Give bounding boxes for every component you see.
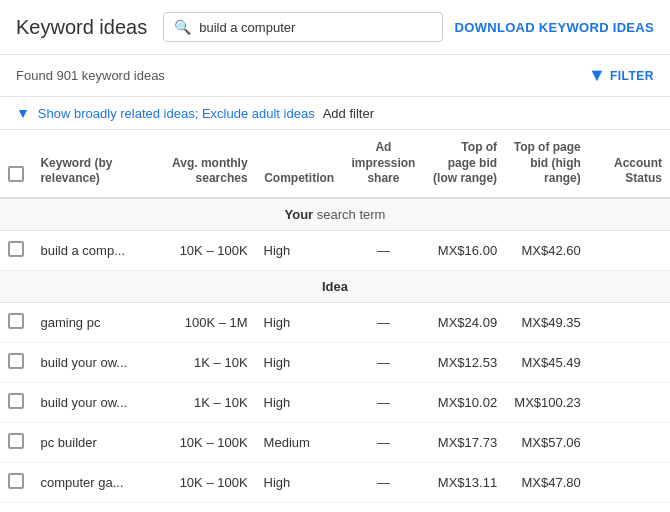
page-title: Keyword ideas [16, 16, 147, 39]
cell-keyword: computer ga... [32, 462, 154, 502]
row-checkbox[interactable] [8, 313, 24, 329]
cell-keyword: gaming com... [32, 502, 154, 512]
cell-competition: High [256, 502, 343, 512]
cell-bid_low: MX$17.73 [424, 422, 505, 462]
filter-button[interactable]: ▼ FILTER [588, 65, 654, 86]
cell-bid_low: MX$12.53 [424, 342, 505, 382]
col-checkbox[interactable] [0, 130, 32, 198]
filter-bar: ▼ Show broadly related ideas; Exclude ad… [0, 96, 670, 130]
cell-monthly_searches: 10K – 100K [154, 462, 255, 502]
row-checkbox[interactable] [8, 241, 24, 257]
filter-link[interactable]: Show broadly related ideas; Exclude adul… [38, 106, 315, 121]
subheader: Found 901 keyword ideas ▼ FILTER [0, 55, 670, 96]
table-row: gaming pc100K – 1MHigh—MX$24.09MX$49.35 [0, 302, 670, 342]
cell-account_status [589, 462, 670, 502]
col-monthly-searches: Avg. monthly searches [154, 130, 255, 198]
row-checkbox[interactable] [8, 393, 24, 409]
cell-bid_high: MX$45.49 [505, 342, 589, 382]
row-checkbox[interactable] [8, 433, 24, 449]
keywords-table: Keyword (by relevance) Avg. monthly sear… [0, 130, 670, 512]
cell-ad_impression: — [343, 302, 424, 342]
download-keywords-link[interactable]: DOWNLOAD KEYWORD IDEAS [455, 20, 654, 35]
cell-keyword: build your ow... [32, 382, 154, 422]
cell-competition: High [256, 302, 343, 342]
col-bid-high: Top of page bid (high range) [505, 130, 589, 198]
table-row: gaming com...10K – 100KHigh—MX$17.16MX$4… [0, 502, 670, 512]
col-competition: Competition [256, 130, 343, 198]
cell-monthly_searches: 100K – 1M [154, 302, 255, 342]
cell-bid_low: MX$10.02 [424, 382, 505, 422]
col-bid-low: Top of page bid (low range) [424, 130, 505, 198]
cell-monthly_searches: 10K – 100K [154, 422, 255, 462]
cell-competition: Medium [256, 422, 343, 462]
cell-bid_low: MX$24.09 [424, 302, 505, 342]
table-row: build your ow...1K – 10KHigh—MX$10.02MX$… [0, 382, 670, 422]
search-box[interactable]: 🔍 [163, 12, 443, 42]
cell-bid_low: MX$13.11 [424, 462, 505, 502]
table-row: pc builder10K – 100KMedium—MX$17.73MX$57… [0, 422, 670, 462]
cell-monthly_searches: 10K – 100K [154, 502, 255, 512]
cell-monthly_searches: 10K – 100K [154, 230, 255, 270]
cell-ad_impression: — [343, 502, 424, 512]
cell-account_status [589, 302, 670, 342]
filter-label: FILTER [610, 69, 654, 83]
cell-ad_impression: — [343, 462, 424, 502]
cell-keyword: gaming pc [32, 302, 154, 342]
section-your-search: Your search term [0, 198, 670, 231]
row-checkbox[interactable] [8, 353, 24, 369]
cell-bid_high: MX$57.06 [505, 422, 589, 462]
cell-bid_high: MX$49.92 [505, 502, 589, 512]
table-row: computer ga...10K – 100KHigh—MX$13.11MX$… [0, 462, 670, 502]
cell-bid_high: MX$100.23 [505, 382, 589, 422]
cell-account_status [589, 342, 670, 382]
filter-funnel-icon: ▼ [588, 65, 606, 86]
cell-competition: High [256, 462, 343, 502]
found-count-text: Found 901 keyword ideas [16, 68, 165, 83]
cell-keyword: pc builder [32, 422, 154, 462]
col-keyword: Keyword (by relevance) [32, 130, 154, 198]
col-ad-impression: Ad impression share [343, 130, 424, 198]
cell-monthly_searches: 1K – 10K [154, 382, 255, 422]
table-row: build a comp...10K – 100KHigh—MX$16.00MX… [0, 230, 670, 270]
header: Keyword ideas 🔍 DOWNLOAD KEYWORD IDEAS [0, 0, 670, 55]
cell-account_status [589, 382, 670, 422]
add-filter-button[interactable]: Add filter [323, 106, 374, 121]
cell-bid_high: MX$49.35 [505, 302, 589, 342]
cell-monthly_searches: 1K – 10K [154, 342, 255, 382]
cell-keyword: build a comp... [32, 230, 154, 270]
cell-bid_high: MX$47.80 [505, 462, 589, 502]
table-row: build your ow...1K – 10KHigh—MX$12.53MX$… [0, 342, 670, 382]
header-checkbox[interactable] [8, 166, 24, 182]
cell-ad_impression: — [343, 422, 424, 462]
cell-ad_impression: — [343, 230, 424, 270]
cell-competition: High [256, 230, 343, 270]
cell-ad_impression: — [343, 342, 424, 382]
cell-bid_low: MX$17.16 [424, 502, 505, 512]
cell-ad_impression: — [343, 382, 424, 422]
cell-account_status [589, 502, 670, 512]
cell-bid_low: MX$16.00 [424, 230, 505, 270]
row-checkbox[interactable] [8, 473, 24, 489]
search-icon: 🔍 [174, 19, 191, 35]
cell-keyword: build your ow... [32, 342, 154, 382]
cell-account_status [589, 230, 670, 270]
filter-bar-icon: ▼ [16, 105, 30, 121]
cell-bid_high: MX$42.60 [505, 230, 589, 270]
cell-account_status [589, 422, 670, 462]
table-header-row: Keyword (by relevance) Avg. monthly sear… [0, 130, 670, 198]
col-account-status: Account Status [589, 130, 670, 198]
cell-competition: High [256, 382, 343, 422]
search-input[interactable] [199, 20, 432, 35]
section-idea: Idea [0, 270, 670, 302]
cell-competition: High [256, 342, 343, 382]
